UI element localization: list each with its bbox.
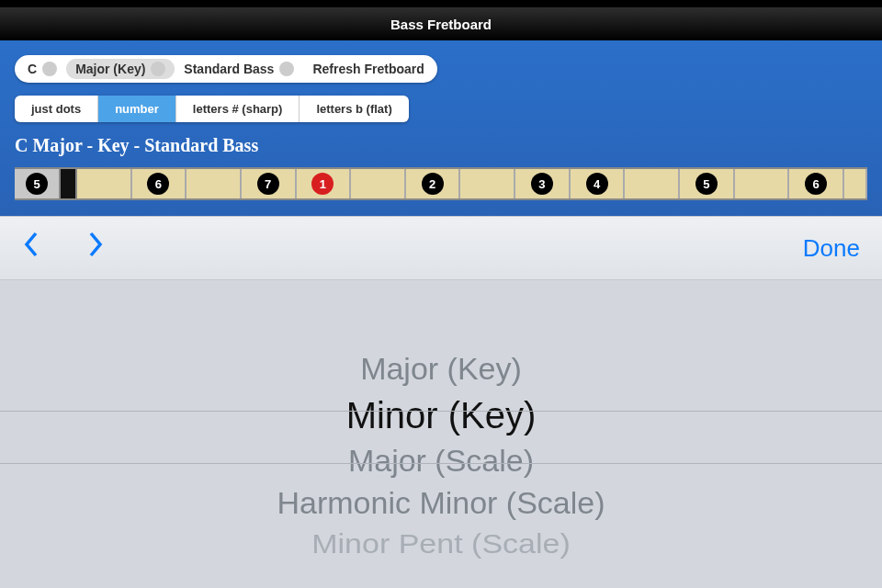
fretboard-heading: C Major - Key - Standard Bass xyxy=(15,135,867,156)
root-note-label: C xyxy=(28,62,37,76)
options-pill-bar: C Major (Key) Standard Bass Refresh Fret… xyxy=(15,55,437,83)
fret-cell xyxy=(460,169,515,198)
picker-option[interactable]: Major (Key) xyxy=(360,348,522,390)
fret-cell xyxy=(351,169,406,198)
fret-cell: 1 xyxy=(297,169,352,198)
note-dot: 3 xyxy=(531,173,553,195)
fret-cell: 6 xyxy=(789,169,844,198)
dropdown-dot-icon xyxy=(42,62,57,76)
fret-cell xyxy=(625,169,680,198)
picker-overlay: Done Major (Key) Minor (Key) Major (Scal… xyxy=(0,216,882,588)
fret-cell xyxy=(844,169,867,198)
display-mode-segmented: just dots number letters # (sharp) lette… xyxy=(15,96,409,122)
picker-option[interactable]: Major (Scale) xyxy=(348,440,534,482)
nut-edge xyxy=(61,169,77,198)
fret-cell: 7 xyxy=(242,169,297,198)
chevron-right-icon xyxy=(86,230,105,259)
tuning-label: Standard Bass xyxy=(184,62,274,76)
fret-cell: 2 xyxy=(406,169,461,198)
fret-cell xyxy=(735,169,790,198)
note-dot: 6 xyxy=(147,173,169,195)
picker-option[interactable]: Harmonic Minor (Scale) xyxy=(277,482,605,525)
next-field-button[interactable] xyxy=(86,230,105,266)
fret-cell: 5 xyxy=(680,169,735,198)
mode-number[interactable]: number xyxy=(98,96,176,122)
note-dot-root: 1 xyxy=(311,173,334,195)
note-dot: 6 xyxy=(805,173,827,195)
picker-toolbar: Done xyxy=(0,216,882,280)
dropdown-dot-icon xyxy=(279,62,294,76)
dropdown-dot-icon xyxy=(151,62,165,76)
mode-dots[interactable]: just dots xyxy=(15,96,98,122)
note-dot: 2 xyxy=(422,173,444,195)
picker-wheel[interactable]: Major (Key) Minor (Key) Major (Scale) Ha… xyxy=(0,280,882,588)
tuning-selector[interactable]: Standard Bass xyxy=(175,59,303,79)
fret-cell: 3 xyxy=(515,169,571,198)
title-bar: Bass Fretboard xyxy=(0,7,882,40)
done-button[interactable]: Done xyxy=(803,234,860,263)
scale-selector[interactable]: Major (Key) xyxy=(66,59,175,79)
picker-option[interactable]: Minor Pent (Scale) xyxy=(311,527,571,563)
chevron-left-icon xyxy=(22,230,40,259)
fret-nut: 5 xyxy=(15,169,61,198)
fretboard: 5 6 7 1 2 3 4 5 6 xyxy=(15,167,867,200)
scale-label: Major (Key) xyxy=(75,62,145,76)
fret-cell xyxy=(187,169,242,198)
note-dot: 5 xyxy=(26,173,48,195)
picker-nav xyxy=(22,230,105,266)
fret-cell xyxy=(77,169,132,198)
app-title: Bass Fretboard xyxy=(390,17,492,32)
note-dot: 7 xyxy=(257,173,279,195)
refresh-button[interactable]: Refresh Fretboard xyxy=(303,59,433,79)
refresh-label: Refresh Fretboard xyxy=(312,62,424,76)
root-note-selector[interactable]: C xyxy=(18,59,66,79)
note-dot: 4 xyxy=(586,173,608,195)
note-dot: 5 xyxy=(695,173,718,195)
mode-flat[interactable]: letters b (flat) xyxy=(300,96,408,122)
mode-sharp[interactable]: letters # (sharp) xyxy=(176,96,300,122)
fret-cell: 4 xyxy=(571,169,626,198)
picker-option-selected[interactable]: Minor (Key) xyxy=(346,390,537,440)
main-content: C Major (Key) Standard Bass Refresh Fret… xyxy=(0,40,882,224)
status-bar xyxy=(0,0,882,7)
prev-field-button[interactable] xyxy=(22,230,40,266)
fret-cell: 6 xyxy=(132,169,187,198)
